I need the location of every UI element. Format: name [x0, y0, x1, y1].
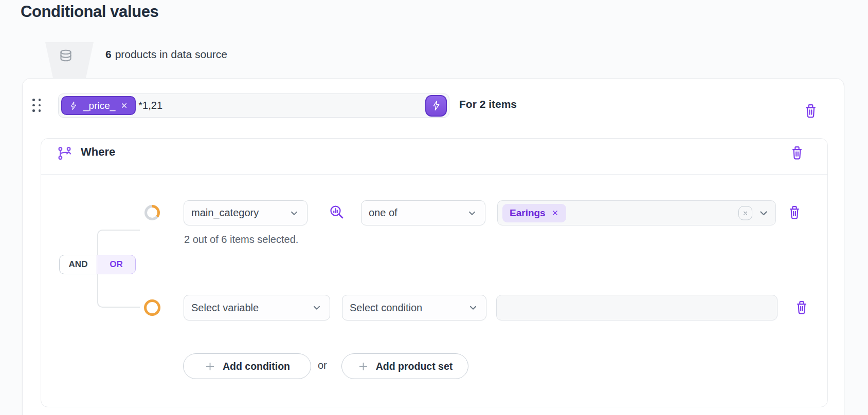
conditional-value-card: _price_ *1,21 For 2 items — [22, 78, 844, 415]
drag-handle-icon[interactable] — [32, 99, 42, 114]
value-chip[interactable]: Earings — [502, 204, 566, 222]
lightning-icon — [69, 101, 78, 110]
logic-or-option-selected[interactable]: OR — [97, 255, 136, 274]
expression-text: *1,21 — [138, 100, 162, 111]
chevron-down-icon — [757, 207, 770, 219]
operator-select-condition1[interactable]: one of — [361, 200, 485, 225]
variable-select-condition2[interactable]: Select variable — [184, 295, 330, 320]
connector-line — [97, 230, 140, 255]
variable-select-value: main_category — [191, 207, 259, 219]
connector-line — [97, 274, 140, 308]
page-title: Conditional values — [21, 3, 158, 21]
condition-empty-indicator — [144, 299, 160, 316]
chevron-down-icon — [288, 208, 300, 219]
condition-match-ratio-indicator — [144, 205, 160, 220]
product-count: 6 — [105, 48, 112, 60]
operator-select-placeholder: Select condition — [350, 302, 422, 314]
tag-label: _price_ — [83, 100, 115, 111]
delete-condition2-button[interactable] — [795, 300, 808, 315]
price-variable-tag[interactable]: _price_ — [61, 96, 136, 115]
delete-rule-button[interactable] — [804, 104, 818, 119]
operator-select-condition2[interactable]: Select condition — [342, 295, 486, 320]
plus-icon — [357, 361, 369, 372]
affected-items-count: For 2 items — [459, 98, 517, 110]
plus-icon — [204, 361, 216, 372]
divider — [41, 174, 827, 175]
chevron-down-icon — [467, 302, 479, 313]
delete-condition1-button[interactable] — [788, 205, 801, 220]
where-section: Where AND OR main_category — [41, 138, 828, 407]
remove-value-icon[interactable] — [551, 209, 559, 217]
data-source-count-label: 6products in data source — [105, 48, 227, 61]
insert-variable-button[interactable] — [425, 95, 447, 117]
where-title: Where — [81, 145, 115, 159]
clear-values-button[interactable] — [738, 206, 752, 220]
remove-tag-icon[interactable] — [120, 102, 128, 109]
branch-icon — [58, 146, 72, 160]
chevron-down-icon — [466, 208, 478, 219]
value-chip-label: Earings — [510, 208, 546, 219]
add-product-set-button[interactable]: Add product set — [341, 353, 468, 379]
database-icon — [58, 48, 74, 63]
or-separator: or — [318, 360, 327, 371]
value-stats-search-icon[interactable] — [329, 204, 345, 220]
add-condition-button[interactable]: Add condition — [183, 353, 311, 379]
value-multiselect-condition1[interactable]: Earings — [497, 200, 776, 225]
chevron-down-icon — [311, 302, 322, 313]
logic-and-option[interactable]: AND — [59, 255, 97, 274]
variable-select-condition1[interactable]: main_category — [184, 200, 308, 225]
logic-operator-toggle: AND OR — [59, 255, 136, 274]
selection-hint: 2 out of 6 items selected. — [184, 234, 298, 246]
value-input-condition2[interactable] — [496, 295, 777, 320]
variable-select-placeholder: Select variable — [191, 302, 259, 314]
operator-select-value: one of — [369, 207, 397, 219]
delete-where-group-button[interactable] — [790, 146, 804, 160]
value-expression-input[interactable]: _price_ *1,21 — [58, 93, 449, 118]
